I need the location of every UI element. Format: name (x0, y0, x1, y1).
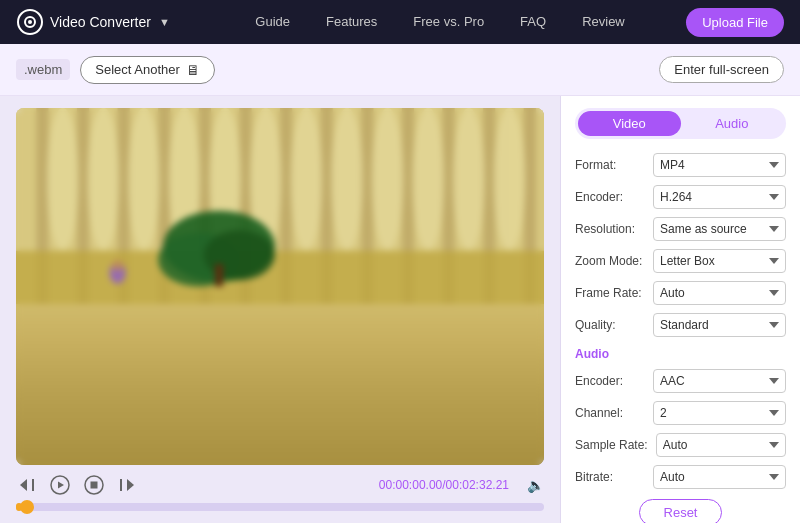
play-button[interactable] (48, 473, 72, 497)
toolbar-left: .webm Select Another 🖥 (16, 56, 215, 84)
app-logo[interactable]: Video Converter ▼ (16, 8, 170, 36)
tab-video[interactable]: Video (578, 111, 681, 136)
svg-rect-36 (32, 479, 34, 491)
samplerate-label: Sample Rate: (575, 438, 648, 452)
encoder-label: Encoder: (575, 190, 645, 204)
rewind-button[interactable] (16, 474, 38, 496)
channel-select[interactable]: 2 (653, 401, 786, 425)
audio-encoder-select[interactable]: AAC (653, 369, 786, 393)
fullscreen-button[interactable]: Enter full-screen (659, 56, 784, 83)
settings-panel: Video Audio Format: MP4 Encoder: H.264 R… (560, 96, 800, 523)
zoom-label: Zoom Mode: (575, 254, 645, 268)
player-controls: 00:00:00.00/00:02:32.21 🔈 (16, 473, 544, 497)
monitor-icon: 🖥 (186, 62, 200, 78)
current-time: 00:00:00.00 (379, 478, 442, 492)
bitrate-label: Bitrate: (575, 470, 645, 484)
bitrate-select[interactable]: Auto (653, 465, 786, 489)
format-select[interactable]: MP4 (653, 153, 786, 177)
encoder-select[interactable]: H.264 (653, 185, 786, 209)
file-name-label: .webm (16, 59, 70, 80)
zoom-row: Zoom Mode: Letter Box (575, 249, 786, 273)
logo-icon (16, 8, 44, 36)
toolbar-row: .webm Select Another 🖥 Enter full-screen (0, 44, 800, 96)
resolution-row: Resolution: Same as source (575, 217, 786, 241)
play-icon (50, 475, 70, 495)
main-content: 00:00:00.00/00:02:32.21 🔈 Video Audio Fo… (0, 96, 800, 523)
format-label: Format: (575, 158, 645, 172)
video-preview (16, 108, 544, 465)
progress-thumb[interactable] (20, 500, 34, 514)
zoom-select[interactable]: Letter Box (653, 249, 786, 273)
dropdown-arrow-icon[interactable]: ▼ (159, 16, 170, 28)
app-title: Video Converter (50, 14, 151, 30)
reset-button[interactable]: Reset (639, 499, 723, 523)
audio-encoder-row: Encoder: AAC (575, 369, 786, 393)
select-another-label: Select Another (95, 62, 180, 77)
framerate-select[interactable]: Auto (653, 281, 786, 305)
upload-file-button[interactable]: Upload File (686, 8, 784, 37)
framerate-row: Frame Rate: Auto (575, 281, 786, 305)
blur-overlay (16, 108, 544, 465)
svg-rect-40 (120, 479, 122, 491)
settings-tabs: Video Audio (575, 108, 786, 139)
nav-features[interactable]: Features (308, 0, 395, 44)
quality-row: Quality: Standard (575, 313, 786, 337)
audio-section-label: Audio (575, 347, 786, 361)
quality-select[interactable]: Standard (653, 313, 786, 337)
nav-review[interactable]: Review (564, 0, 643, 44)
volume-icon[interactable]: 🔈 (527, 477, 544, 493)
channel-label: Channel: (575, 406, 645, 420)
top-nav: Video Converter ▼ Guide Features Free vs… (0, 0, 800, 44)
progress-bar[interactable] (16, 503, 544, 511)
resolution-label: Resolution: (575, 222, 645, 236)
samplerate-select[interactable]: Auto (656, 433, 786, 457)
rewind-icon (18, 476, 36, 494)
svg-point-2 (28, 20, 32, 24)
nav-free-vs-pro[interactable]: Free vs. Pro (395, 0, 502, 44)
time-display: 00:00:00.00/00:02:32.21 (379, 478, 509, 492)
video-panel: 00:00:00.00/00:02:32.21 🔈 (0, 96, 560, 523)
encoder-row: Encoder: H.264 (575, 185, 786, 209)
quality-label: Quality: (575, 318, 645, 332)
svg-rect-39 (91, 482, 98, 489)
nav-guide[interactable]: Guide (237, 0, 308, 44)
skip-forward-button[interactable] (116, 474, 138, 496)
stop-icon (84, 475, 104, 495)
tab-audio[interactable]: Audio (681, 111, 784, 136)
skip-forward-icon (118, 476, 136, 494)
samplerate-row: Sample Rate: Auto (575, 433, 786, 457)
audio-encoder-label: Encoder: (575, 374, 645, 388)
nav-faq[interactable]: FAQ (502, 0, 564, 44)
bitrate-row: Bitrate: Auto (575, 465, 786, 489)
nav-links: Guide Features Free vs. Pro FAQ Review (194, 0, 686, 44)
format-row: Format: MP4 (575, 153, 786, 177)
stop-button[interactable] (82, 473, 106, 497)
video-scene (16, 108, 544, 465)
total-time: 00:02:32.21 (446, 478, 509, 492)
framerate-label: Frame Rate: (575, 286, 645, 300)
select-another-button[interactable]: Select Another 🖥 (80, 56, 215, 84)
channel-row: Channel: 2 (575, 401, 786, 425)
resolution-select[interactable]: Same as source (653, 217, 786, 241)
